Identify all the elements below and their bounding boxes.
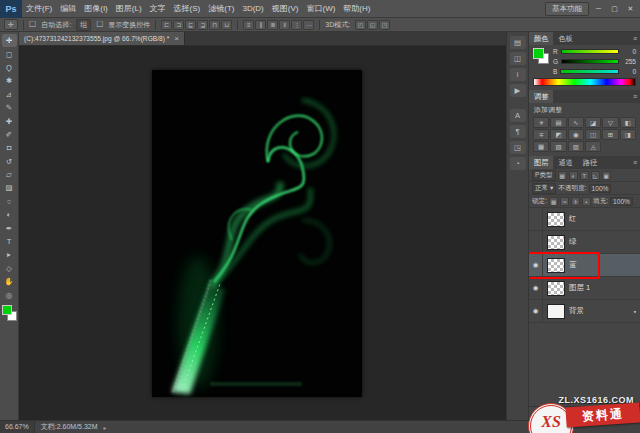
info-panel-icon[interactable]: i [510,68,526,81]
document-tab[interactable]: (C):473731242132373555.jpg @ 66.7%(RGB/8… [19,32,185,45]
3d-scale-icon[interactable]: ◳ [379,20,390,30]
menu-filter[interactable]: 滤镜(T) [204,0,238,18]
status-popup-arrow[interactable]: ▸ [104,424,107,431]
distribute-bottom-icon[interactable]: ≣ [267,20,278,30]
auto-select-checkbox[interactable]: ☐ [29,20,36,29]
distribute-right-icon[interactable]: ⋯ [303,20,314,30]
layer-thumbnail[interactable] [547,212,565,227]
lock-pixels-icon[interactable]: ✑ [560,197,569,206]
layer-thumbnail[interactable] [547,258,565,273]
menu-file[interactable]: 文件(F) [22,0,56,18]
quick-select-tool[interactable]: ✱ [2,74,17,87]
visibility-toggle[interactable]: ◉ [529,254,543,276]
levels-icon[interactable]: ▤ [550,117,566,128]
type-tool[interactable]: T [2,235,17,248]
layer-thumbnail[interactable] [547,235,565,250]
layer-row-blue[interactable]: ◉ 蓝 [529,254,640,277]
tab-close-icon[interactable]: × [174,34,179,43]
menu-select[interactable]: 选择(S) [170,0,205,18]
color-balance-icon[interactable]: ∓ [533,129,549,140]
zoom-level-field[interactable]: 66.67% [0,421,35,433]
hand-tool[interactable]: ✋ [2,275,17,288]
clone-stamp-tool[interactable]: ◘ [2,141,17,154]
menu-layer[interactable]: 图层(L) [112,0,146,18]
tab-channels[interactable]: 通道 [553,156,577,169]
filter-smart-icon[interactable]: ▣ [602,171,611,180]
filter-type-dropdown[interactable]: P类型 [532,170,556,181]
document-canvas[interactable] [152,70,362,397]
maximize-button[interactable]: ▢ [608,5,621,13]
distribute-center-icon[interactable]: ⋮ [291,20,302,30]
lock-position-icon[interactable]: ✛ [571,197,580,206]
lasso-tool[interactable]: Ϙ [2,61,17,74]
delete-layer-icon[interactable]: ⌦ [627,410,638,418]
filter-pixel-icon[interactable]: ▦ [558,171,567,180]
path-select-tool[interactable]: ▸ [2,248,17,261]
tab-swatches[interactable]: 色板 [553,32,577,45]
marquee-tool[interactable]: ◻ [2,47,17,60]
green-slider[interactable] [561,59,619,64]
gradient-tool[interactable]: ▨ [2,181,17,194]
align-center-icon[interactable]: ⊐ [173,20,184,30]
history-brush-tool[interactable]: ↺ [2,155,17,168]
posterize-icon[interactable]: ▦ [533,141,549,152]
align-middle-icon[interactable]: ⊓ [209,20,220,30]
tab-layers[interactable]: 图层 [529,156,553,169]
eraser-tool[interactable]: ▱ [2,168,17,181]
visibility-toggle[interactable] [529,208,543,230]
layer-row-green[interactable]: 绿 [529,231,640,254]
filter-shape-icon[interactable]: ◺ [591,171,600,180]
align-bottom-icon[interactable]: ⊔ [221,20,232,30]
layer-thumbnail[interactable] [547,304,565,319]
menu-view[interactable]: 视图(V) [268,0,303,18]
close-button[interactable]: ✕ [624,5,637,13]
gradient-map-icon[interactable]: ▥ [568,141,584,152]
selective-color-icon[interactable]: ◬ [585,141,601,152]
actions-panel-icon[interactable]: ▶ [510,84,526,97]
3d-pan-icon[interactable]: ◱ [367,20,378,30]
blue-slider[interactable] [560,69,619,74]
navigator-panel-icon[interactable]: ◔ [510,157,526,170]
panel-menu-icon[interactable]: ≡ [630,156,640,169]
fill-value[interactable]: 100% [610,197,633,206]
layer-row-layer1[interactable]: ◉ 图层 1 [529,277,640,300]
paragraph-panel-icon[interactable]: ¶ [510,125,526,138]
exposure-icon[interactable]: ◪ [585,117,601,128]
healing-brush-tool[interactable]: ✚ [2,114,17,127]
align-right-icon[interactable]: ⊑ [185,20,196,30]
menu-edit[interactable]: 编辑 [56,0,80,18]
menu-image[interactable]: 图像(I) [80,0,112,18]
layer-thumbnail[interactable] [547,281,565,296]
distribute-middle-icon[interactable]: ∥ [255,20,266,30]
tool-preset-icon[interactable]: ✛ [4,19,18,30]
filter-type-icon[interactable]: T [580,171,589,180]
zoom-tool[interactable]: ◎ [2,288,17,301]
tab-adjustments[interactable]: 调整 [529,90,553,103]
red-value[interactable]: 0 [622,48,636,55]
align-left-icon[interactable]: ⊏ [161,20,172,30]
visibility-toggle[interactable] [529,231,543,253]
color-lookup-icon[interactable]: ⊞ [602,129,618,140]
panel-menu-icon[interactable]: ≡ [630,32,640,45]
new-adjustment-layer-icon[interactable]: ◐ [579,410,590,417]
crop-tool[interactable]: ⊿ [2,88,17,101]
black-white-icon[interactable]: ◩ [550,129,566,140]
move-tool[interactable]: ✛ [2,34,17,47]
red-slider[interactable] [561,49,619,54]
show-transform-checkbox[interactable]: ☐ [96,20,103,29]
layer-row-background[interactable]: ◉ 背景 ▪ [529,300,640,323]
menu-type[interactable]: 文字 [146,0,170,18]
layer-styles-icon[interactable]: fx [547,410,558,417]
dodge-tool[interactable]: ◐ [2,208,17,221]
channel-mixer-icon[interactable]: ◫ [585,129,601,140]
align-top-icon[interactable]: ⊒ [197,20,208,30]
workspace-switcher[interactable]: 基本功能 [545,2,589,16]
lock-all-icon[interactable]: ▪ [582,197,591,206]
new-layer-icon[interactable]: ⊞ [611,410,622,418]
blue-value[interactable]: 0 [622,68,636,75]
new-group-icon[interactable]: ▢ [595,410,606,418]
lock-transparency-icon[interactable]: ▦ [549,197,558,206]
eyedropper-tool[interactable]: ✎ [2,101,17,114]
tab-paths[interactable]: 路径 [578,156,602,169]
visibility-toggle[interactable]: ◉ [529,277,543,299]
